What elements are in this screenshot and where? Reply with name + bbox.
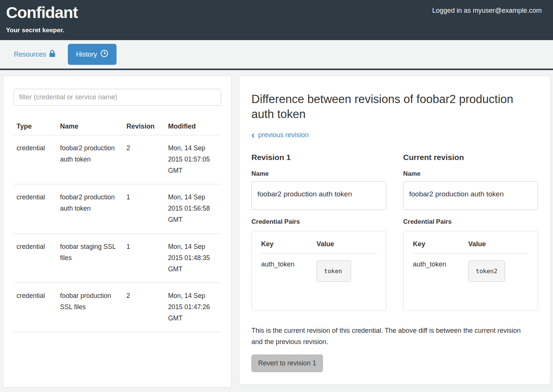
clock-icon: [100, 49, 108, 59]
pair-key: auth_token: [413, 253, 468, 282]
column-header-type: Type: [13, 120, 57, 135]
revision-heading: Current revision: [403, 153, 538, 162]
previous-revision-link[interactable]: ‹ previous revision: [251, 130, 309, 140]
cell-name: foobar2 production auth token: [57, 135, 123, 184]
cell-type: credential: [13, 283, 57, 332]
cell-revision: 2: [124, 283, 165, 332]
column-header-modified: Modified: [165, 120, 221, 135]
pair-row: auth_token token2: [413, 253, 528, 282]
history-list-panel: Type Name Revision Modified credential f…: [3, 76, 232, 388]
diff-column-current: Current revision Name foobar2 production…: [403, 153, 538, 311]
pair-value: token: [317, 260, 351, 282]
column-header-name: Name: [57, 120, 123, 135]
cell-modified: Mon, 14 Sep 2015 01:56:58 GMT: [165, 184, 221, 233]
table-row[interactable]: credential foobar2 production auth token…: [13, 184, 221, 233]
current-revision-note: This is the current revision of this cre…: [251, 325, 529, 347]
table-row[interactable]: credential foobar staging SSL files 1 Mo…: [13, 233, 221, 283]
chevron-left-icon: ‹: [251, 130, 255, 140]
cell-modified: Mon, 14 Sep 2015 01:57:05 GMT: [165, 135, 221, 184]
logged-in-status: Logged in as myuser@example.com: [432, 7, 542, 40]
lock-icon: [49, 50, 56, 59]
cell-name: foobar2 production auth token: [57, 184, 123, 233]
pairs-header-row: Key Value: [413, 238, 528, 254]
credential-pairs-label: Credential Pairs: [403, 218, 538, 226]
revert-button[interactable]: Revert to revision 1: [251, 355, 323, 372]
cell-type: credential: [13, 135, 57, 184]
column-header-revision: Revision: [124, 120, 165, 135]
tab-resources[interactable]: Resources: [14, 50, 56, 59]
revision-diff-panel: Difference between revisions of foobar2 …: [239, 76, 550, 385]
name-value-box: foobar2 production auth token: [403, 181, 538, 210]
diff-columns: Revision 1 Name foobar2 production auth …: [251, 153, 538, 311]
pairs-value-header: Value: [317, 238, 377, 254]
credential-pairs-table: Key Value auth_token token: [261, 238, 377, 282]
credential-pairs-box: Key Value auth_token token2: [403, 231, 538, 311]
name-label: Name: [251, 170, 386, 178]
cell-type: credential: [13, 184, 57, 233]
cell-revision: 1: [124, 184, 165, 233]
name-value-box: foobar2 production auth token: [251, 181, 386, 210]
cell-type: credential: [13, 233, 57, 283]
cell-modified: Mon, 14 Sep 2015 01:48:35 GMT: [165, 233, 221, 283]
history-table: Type Name Revision Modified credential f…: [13, 120, 221, 332]
main-content: Type Name Revision Modified credential f…: [0, 70, 553, 388]
pair-row: auth_token token: [261, 253, 377, 282]
diff-column-revision-1: Revision 1 Name foobar2 production auth …: [251, 153, 386, 311]
name-label: Name: [403, 170, 538, 178]
cell-revision: 1: [124, 233, 165, 283]
table-row[interactable]: credential foobar2 production auth token…: [13, 135, 221, 184]
table-row[interactable]: credential foobar production SSL files 2…: [13, 283, 221, 332]
pairs-key-header: Key: [261, 238, 317, 254]
credential-pairs-box: Key Value auth_token token: [251, 231, 386, 311]
pair-key: auth_token: [261, 253, 317, 282]
cell-name: foobar staging SSL files: [57, 233, 123, 283]
history-table-header-row: Type Name Revision Modified: [13, 120, 221, 135]
app-brand: Confidant: [6, 2, 78, 23]
pair-value: token2: [468, 260, 505, 282]
filter-input[interactable]: [13, 89, 221, 106]
app-header: Confidant Your secret keeper. Logged in …: [0, 0, 553, 40]
credential-pairs-table: Key Value auth_token token2: [413, 238, 528, 282]
revision-heading: Revision 1: [251, 153, 386, 162]
pairs-value-header: Value: [468, 238, 528, 254]
cell-name: foobar production SSL files: [57, 283, 123, 332]
nav-tabs: Resources History: [0, 40, 553, 70]
tab-resources-label: Resources: [14, 51, 46, 58]
pairs-header-row: Key Value: [261, 238, 377, 254]
cell-revision: 2: [124, 135, 165, 184]
previous-revision-label: previous revision: [258, 131, 309, 139]
credential-pairs-label: Credential Pairs: [251, 218, 386, 226]
tab-history-label: History: [76, 51, 97, 58]
pairs-key-header: Key: [413, 238, 468, 254]
tab-history[interactable]: History: [68, 44, 117, 65]
page-title: Difference between revisions of foobar2 …: [251, 92, 514, 122]
cell-modified: Mon, 14 Sep 2015 01:47:26 GMT: [165, 283, 221, 332]
app-tagline: Your secret keeper.: [6, 27, 78, 34]
